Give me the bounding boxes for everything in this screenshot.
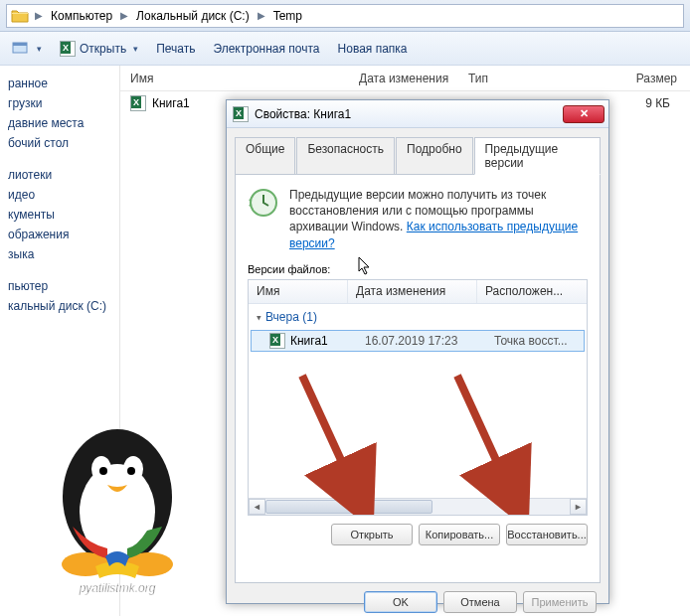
print-button[interactable]: Печать xyxy=(156,42,195,56)
properties-dialog: Свойства: Книга1 ✕ Общие Безопасность По… xyxy=(226,99,609,604)
open-version-button[interactable]: Открыть xyxy=(331,524,413,545)
history-icon xyxy=(248,187,279,219)
file-name: Книга1 xyxy=(152,96,190,110)
excel-icon xyxy=(269,333,285,349)
sidebar-item[interactable]: идео xyxy=(8,185,119,205)
ok-button[interactable]: OK xyxy=(364,591,437,613)
vh-loc[interactable]: Расположен... xyxy=(477,280,587,303)
scroll-left-icon[interactable]: ◄ xyxy=(249,499,265,515)
breadcrumb[interactable]: ▶ Компьютер ▶ Локальный диск (C:) ▶ Temp xyxy=(6,4,684,28)
breadcrumb-item[interactable]: Temp xyxy=(267,5,308,27)
tabstrip: Общие Безопасность Подробно Предыдущие в… xyxy=(227,128,608,174)
version-row[interactable]: Книга1 16.07.2019 17:23 Точка восст... xyxy=(251,330,585,352)
vh-name[interactable]: Имя xyxy=(249,280,348,303)
info-text: Предыдущие версии можно получить из точе… xyxy=(289,187,588,251)
tab-content: Предыдущие версии можно получить из точе… xyxy=(235,174,601,583)
excel-icon xyxy=(130,95,146,111)
close-button[interactable]: ✕ xyxy=(563,105,604,123)
sidebar-item[interactable]: кументы xyxy=(8,205,119,225)
version-name: Книга1 xyxy=(290,334,328,348)
file-size: 9 КБ xyxy=(645,96,690,110)
col-size[interactable]: Размер xyxy=(617,72,677,85)
cancel-button[interactable]: Отмена xyxy=(443,591,517,613)
svg-rect-1 xyxy=(13,43,27,46)
email-button[interactable]: Электронная почта xyxy=(213,42,319,56)
list-header: Имя Дата изменения Тип Размер xyxy=(120,66,690,91)
version-date: 16.07.2019 17:23 xyxy=(361,334,490,348)
navigation-pane: ранное грузки давние места бочий стол ли… xyxy=(0,66,119,616)
chevron-right-icon: ▶ xyxy=(33,10,45,21)
version-group[interactable]: Вчера (1) xyxy=(249,304,587,330)
col-date[interactable]: Дата изменения xyxy=(359,72,468,85)
apply-button[interactable]: Применить xyxy=(523,591,597,613)
copy-version-button[interactable]: Копировать... xyxy=(419,524,500,545)
sidebar-item[interactable]: ображения xyxy=(8,225,119,244)
sidebar-item[interactable]: пьютер xyxy=(8,276,119,296)
horizontal-scrollbar[interactable]: ◄ ► xyxy=(249,498,587,515)
sidebar-item[interactable]: кальный диск (C:) xyxy=(8,296,119,316)
tab-general[interactable]: Общие xyxy=(235,137,295,175)
scroll-track[interactable] xyxy=(265,499,570,515)
organize-icon xyxy=(12,41,30,57)
restore-version-button[interactable]: Восстановить... xyxy=(506,524,588,545)
versions-list: Имя Дата изменения Расположен... Вчера (… xyxy=(248,279,588,516)
folder-icon xyxy=(11,8,29,24)
versions-label: Версии файлов: xyxy=(248,263,588,275)
version-location: Точка восст... xyxy=(490,334,584,348)
open-label: Открыть xyxy=(80,42,126,56)
sidebar-item[interactable]: лиотеки xyxy=(8,165,119,185)
chevron-right-icon: ▶ xyxy=(118,10,130,21)
tab-details[interactable]: Подробно xyxy=(396,137,473,175)
tab-previous-versions[interactable]: Предыдущие версии xyxy=(474,137,601,175)
open-button[interactable]: Открыть xyxy=(60,41,138,57)
sidebar-item[interactable]: зыка xyxy=(8,244,119,264)
scroll-thumb[interactable] xyxy=(265,500,432,514)
col-type[interactable]: Тип xyxy=(468,72,617,85)
dialog-title: Свойства: Книга1 xyxy=(255,107,563,121)
sidebar-item[interactable]: давние места xyxy=(8,113,119,133)
sidebar-item[interactable]: ранное xyxy=(8,74,119,93)
address-bar: ▶ Компьютер ▶ Локальный диск (C:) ▶ Temp xyxy=(0,0,690,32)
vh-date[interactable]: Дата изменения xyxy=(348,280,477,303)
breadcrumb-item[interactable]: Компьютер xyxy=(45,5,118,27)
tab-security[interactable]: Безопасность xyxy=(296,137,395,175)
breadcrumb-item[interactable]: Локальный диск (C:) xyxy=(130,5,256,27)
toolbar: Открыть Печать Электронная почта Новая п… xyxy=(0,32,690,66)
dialog-footer: OK Отмена Применить xyxy=(227,591,608,616)
sidebar-item[interactable]: бочий стол xyxy=(8,133,119,153)
versions-header: Имя Дата изменения Расположен... xyxy=(249,280,587,304)
new-folder-button[interactable]: Новая папка xyxy=(338,42,408,56)
chevron-right-icon: ▶ xyxy=(256,10,267,21)
organize-menu[interactable] xyxy=(12,41,42,57)
excel-icon xyxy=(233,106,249,122)
excel-icon xyxy=(60,41,76,57)
titlebar[interactable]: Свойства: Книга1 ✕ xyxy=(227,100,608,128)
col-name[interactable]: Имя xyxy=(120,72,359,85)
scroll-right-icon[interactable]: ► xyxy=(570,499,587,515)
sidebar-item[interactable]: грузки xyxy=(8,93,119,113)
